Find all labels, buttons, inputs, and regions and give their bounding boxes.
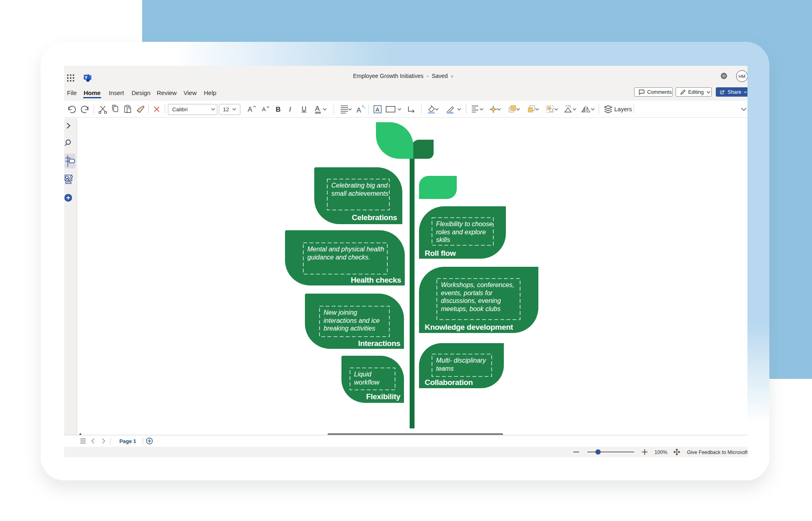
svg-text:guidance and checks.: guidance and checks. — [307, 254, 370, 261]
svg-text:events, portals for: events, portals for — [441, 290, 493, 296]
svg-text:B: B — [276, 106, 281, 113]
svg-text:Knowledge development: Knowledge development — [425, 323, 513, 331]
svg-text:A: A — [376, 106, 380, 113]
svg-text:discussions, evening: discussions, evening — [441, 297, 501, 304]
svg-text:U: U — [302, 106, 307, 112]
svg-text:Workshops, conferences,: Workshops, conferences, — [441, 281, 514, 288]
svg-text:100%: 100% — [654, 450, 667, 455]
svg-text:Mental and physical health: Mental and physical health — [307, 246, 384, 253]
svg-text:teams: teams — [436, 365, 454, 372]
svg-text:A: A — [356, 106, 361, 114]
svg-text:breaking activities: breaking activities — [324, 325, 375, 332]
svg-text:12: 12 — [223, 106, 229, 112]
svg-text:Multi- disciplinary: Multi- disciplinary — [436, 357, 486, 364]
svg-text:Collaboration: Collaboration — [425, 378, 473, 387]
svg-text:I: I — [289, 106, 291, 113]
svg-text:Liquid: Liquid — [354, 371, 372, 378]
svg-text:Flexibility to choose: Flexibility to choose — [436, 221, 493, 227]
svg-text:roles and explore: roles and explore — [436, 229, 486, 236]
svg-text:A: A — [248, 106, 253, 113]
svg-text:Give Feedback to Microsoft: Give Feedback to Microsoft — [687, 450, 747, 455]
svg-text:Interactions: Interactions — [358, 339, 400, 348]
svg-text:New joining: New joining — [324, 309, 357, 316]
svg-text:Page 1: Page 1 — [119, 438, 136, 444]
svg-text:Celebrating big and: Celebrating big and — [331, 182, 388, 189]
svg-text:Celebrations: Celebrations — [352, 213, 397, 222]
svg-text:A: A — [262, 106, 266, 112]
svg-text:skills: skills — [436, 236, 450, 243]
svg-text:small achievements: small achievements — [331, 190, 389, 197]
svg-text:meetups, book clubs: meetups, book clubs — [441, 305, 501, 312]
svg-text:Health checks: Health checks — [351, 276, 401, 284]
svg-text:Layers: Layers — [614, 106, 632, 112]
svg-text:interactions and ice: interactions and ice — [324, 317, 380, 324]
svg-text:Roll flow: Roll flow — [425, 249, 456, 257]
svg-text:workflow: workflow — [354, 379, 380, 386]
svg-text:Flexibility: Flexibility — [366, 392, 401, 401]
svg-text:A: A — [315, 105, 320, 112]
svg-text:Calibri: Calibri — [172, 106, 188, 112]
